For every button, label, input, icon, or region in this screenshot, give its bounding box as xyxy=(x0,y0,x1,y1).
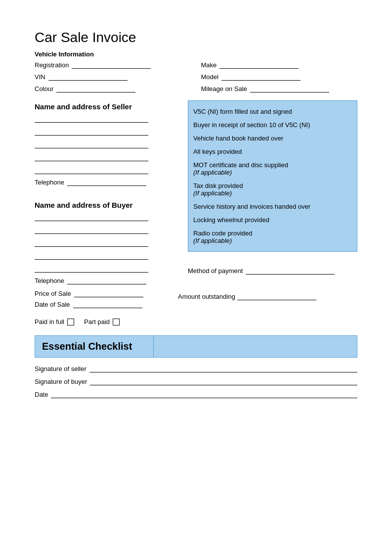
seller-address-line-4 xyxy=(35,153,148,161)
checklist-item-6: Service history and invoices handed over xyxy=(193,200,352,213)
amount-outstanding-label: Amount outstanding xyxy=(178,293,235,300)
buyer-signature-row: Signature of buyer xyxy=(35,377,357,385)
checklist-box: V5C (NI) form filled out and signed Buye… xyxy=(188,100,357,252)
date-of-sale-field: Date of Sale xyxy=(35,300,163,308)
registration-label: Registration xyxy=(35,61,69,69)
checklist-item-4: MOT certificate and disc supplied(If app… xyxy=(193,158,352,179)
essential-title: Essential Checklist xyxy=(35,336,154,357)
mileage-field: Mileage on Sale xyxy=(201,85,358,92)
seller-address-line-5 xyxy=(35,166,148,174)
seller-telephone: Telephone xyxy=(35,178,178,186)
buyer-address-line-3 xyxy=(35,239,148,247)
model-label: Model xyxy=(201,73,218,81)
part-paid-label: Part paid xyxy=(84,318,110,325)
paid-in-full-label: Paid in full xyxy=(35,318,64,325)
part-paid-checkbox[interactable] xyxy=(113,319,120,325)
paid-in-full-checkbox[interactable] xyxy=(67,319,74,325)
checklist-item-5: Tax disk provided(If applicable) xyxy=(193,179,352,200)
vehicle-info-title: Vehicle Information xyxy=(35,50,357,58)
seller-address-line-1 xyxy=(35,115,148,123)
payment-method-label: Method of payment xyxy=(188,267,243,275)
date-of-sale-label: Date of Sale xyxy=(35,301,70,308)
buyer-section: Name and address of Buyer Telephone xyxy=(35,201,178,284)
bottom-section: Price of Sale Date of Sale Amount outsta… xyxy=(35,289,357,310)
checklist-item-7: Locking wheelnut provided xyxy=(193,213,352,227)
date-label: Date xyxy=(35,391,48,398)
seller-address-line-2 xyxy=(35,128,148,136)
buyer-signature-label: Signature of buyer xyxy=(35,378,87,385)
essential-right-area xyxy=(154,336,357,357)
part-paid-group: Part paid xyxy=(84,318,120,325)
make-field: Make xyxy=(201,61,358,69)
buyer-telephone: Telephone xyxy=(35,277,178,284)
seller-signature-label: Signature of seller xyxy=(35,365,87,372)
vin-field: VIN xyxy=(35,73,191,81)
seller-address-line-3 xyxy=(35,140,148,148)
buyer-address-line-4 xyxy=(35,252,148,260)
colour-field: Colour xyxy=(35,85,191,92)
checklist-item-0: V5C (NI) form filled out and signed xyxy=(193,105,352,118)
paid-section: Paid in full Part paid xyxy=(35,318,357,325)
essential-checklist-section: Essential Checklist xyxy=(35,335,357,358)
buyer-address-line-1 xyxy=(35,213,148,221)
price-of-sale-field: Price of Sale xyxy=(35,289,163,297)
vin-label: VIN xyxy=(35,73,45,81)
colour-label: Colour xyxy=(35,85,53,92)
mileage-label: Mileage on Sale xyxy=(201,85,247,92)
registration-field: Registration xyxy=(35,61,191,69)
buyer-address-line-2 xyxy=(35,226,148,234)
date-row: Date xyxy=(35,390,357,398)
buyer-title: Name and address of Buyer xyxy=(35,201,178,209)
checklist-item-1: Buyer in receipt of section 10 of V5C (N… xyxy=(193,118,352,132)
seller-signature-row: Signature of seller xyxy=(35,365,357,372)
price-of-sale-label: Price of Sale xyxy=(35,290,71,297)
signature-section: Signature of seller Signature of buyer D… xyxy=(35,365,357,398)
page-title: Car Sale Invoice xyxy=(35,30,357,46)
seller-title: Name and address of Seller xyxy=(35,102,178,111)
checklist-item-3: All keys provided xyxy=(193,145,352,158)
make-label: Make xyxy=(201,61,217,69)
checklist-item-8: Radio code provided(If applicable) xyxy=(193,227,352,247)
model-field: Model xyxy=(201,73,358,81)
buyer-address-line-5 xyxy=(35,265,148,273)
seller-telephone-label: Telephone xyxy=(35,179,64,186)
essential-header: Essential Checklist xyxy=(35,335,357,358)
checklist-item-2: Vehicle hand book handed over xyxy=(193,132,352,145)
buyer-telephone-label: Telephone xyxy=(35,277,64,284)
payment-method-section: Method of payment xyxy=(188,267,357,275)
paid-in-full-group: Paid in full xyxy=(35,318,74,325)
amount-outstanding-field: Amount outstanding xyxy=(178,292,357,300)
seller-section: Name and address of Seller Telephone xyxy=(35,102,178,186)
